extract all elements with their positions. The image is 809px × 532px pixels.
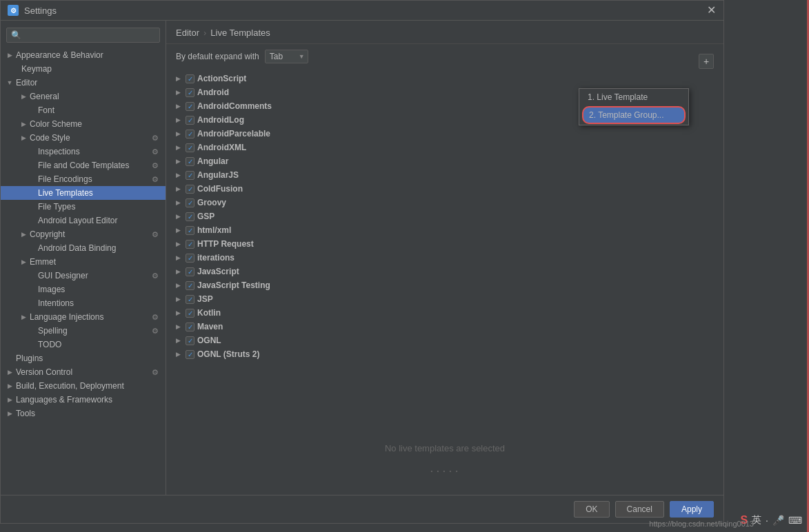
gear-icon-language-injections: ⚙ xyxy=(150,312,160,322)
template-group-angular[interactable]: ▶ Angular xyxy=(166,154,723,168)
group-name-maven: Maven xyxy=(197,322,223,331)
template-group-ognl-struts2[interactable]: ▶ OGNL (Struts 2) xyxy=(166,347,723,361)
sidebar-item-android-layout-editor[interactable]: Android Layout Editor xyxy=(1,214,166,227)
template-group-angularjs[interactable]: ▶ AngularJS xyxy=(166,168,723,182)
sidebar-item-general[interactable]: ▶General xyxy=(1,90,166,103)
breadcrumb-parent: Editor xyxy=(176,28,199,38)
dropdown-item-template-group[interactable]: 2. Template Group... xyxy=(582,106,686,124)
group-arrow-androidlog: ▶ xyxy=(176,116,183,123)
checkbox-ognl[interactable] xyxy=(186,336,194,345)
template-group-ognl[interactable]: ▶ OGNL xyxy=(166,334,723,347)
template-group-iterations[interactable]: ▶ iterations xyxy=(166,251,723,265)
template-group-javascript-testing[interactable]: ▶ JavaScript Testing xyxy=(166,278,723,292)
checkbox-androidxml[interactable] xyxy=(186,143,194,152)
sidebar-item-color-scheme[interactable]: ▶Color Scheme xyxy=(1,117,166,131)
sidebar-item-language-injections[interactable]: ▶Language Injections⚙ xyxy=(1,310,166,324)
sidebar-item-build-exec-deploy[interactable]: ▶Build, Execution, Deployment xyxy=(1,379,166,393)
sidebar-item-inspections[interactable]: Inspections⚙ xyxy=(1,145,166,158)
sidebar-item-code-style[interactable]: ▶Code Style⚙ xyxy=(1,131,166,145)
cancel-button[interactable]: Cancel xyxy=(615,501,664,518)
app-icon: ⚙ xyxy=(8,5,19,16)
template-group-jsp[interactable]: ▶ JSP xyxy=(166,292,723,306)
sidebar-label-appearance: Appearance & Behavior xyxy=(16,50,160,60)
dialog-title: Settings xyxy=(24,6,57,16)
checkbox-angular[interactable] xyxy=(186,157,194,166)
checkbox-androidparcelable[interactable] xyxy=(186,130,194,139)
checkbox-javascript-testing[interactable] xyxy=(186,281,194,290)
sidebar-item-gui-designer[interactable]: GUI Designer⚙ xyxy=(1,269,166,283)
expand-arrow-language-injections: ▶ xyxy=(20,314,27,320)
checkbox-coldfusion[interactable] xyxy=(186,185,194,194)
expand-arrow-editor: ▼ xyxy=(6,79,13,86)
group-arrow-html-xml: ▶ xyxy=(176,227,183,234)
sidebar-item-spelling[interactable]: Spelling⚙ xyxy=(1,324,166,338)
checkbox-html-xml[interactable] xyxy=(186,226,194,235)
sidebar-item-intentions[interactable]: Intentions xyxy=(1,296,166,310)
sidebar-item-file-code-templates[interactable]: File and Code Templates⚙ xyxy=(1,158,166,172)
checkbox-ognl-struts2[interactable] xyxy=(186,350,194,359)
sidebar-label-intentions: Intentions xyxy=(38,298,160,308)
template-group-actionscript[interactable]: ▶ ActionScript xyxy=(166,72,723,85)
template-group-html-xml[interactable]: ▶ html/xml xyxy=(166,223,723,237)
template-group-javascript[interactable]: ▶ JavaScript xyxy=(166,265,723,278)
checkbox-kotlin[interactable] xyxy=(186,309,194,318)
checkbox-iterations[interactable] xyxy=(186,254,194,263)
template-group-maven[interactable]: ▶ Maven xyxy=(166,320,723,334)
sidebar: ▶Appearance & BehaviorKeymap▼Editor▶Gene… xyxy=(1,21,166,495)
checkbox-jsp[interactable] xyxy=(186,295,194,304)
expand-arrow-color-scheme: ▶ xyxy=(20,121,27,127)
sidebar-item-emmet[interactable]: ▶Emmet xyxy=(1,255,166,269)
checkbox-groovy[interactable] xyxy=(186,198,194,207)
checkbox-maven[interactable] xyxy=(186,323,194,331)
gear-icon-inspections: ⚙ xyxy=(150,147,160,156)
sidebar-label-version-control: Version Control xyxy=(16,367,148,377)
sidebar-item-font[interactable]: Font xyxy=(1,103,166,117)
expand-arrow-copyright: ▶ xyxy=(20,231,27,238)
dropdown-item-live-template[interactable]: 1. Live Template xyxy=(579,89,688,105)
search-input[interactable] xyxy=(6,28,160,43)
checkbox-angularjs[interactable] xyxy=(186,171,194,180)
checkbox-android[interactable] xyxy=(186,88,194,97)
ok-button[interactable]: OK xyxy=(574,501,609,518)
sidebar-item-images[interactable]: Images xyxy=(1,283,166,296)
template-group-kotlin[interactable]: ▶ Kotlin xyxy=(166,306,723,320)
breadcrumb-separator: › xyxy=(203,28,206,38)
sidebar-item-file-encodings[interactable]: File Encodings⚙ xyxy=(1,172,166,186)
add-button[interactable]: + xyxy=(699,54,714,69)
expand-select[interactable]: TabEnterSpace xyxy=(265,50,308,63)
taskbar-kb-icon[interactable]: ⌨ xyxy=(788,515,802,526)
sidebar-item-plugins[interactable]: Plugins xyxy=(1,351,166,365)
expand-arrow-emmet: ▶ xyxy=(20,258,27,265)
sidebar-item-todo[interactable]: TODO xyxy=(1,338,166,351)
template-group-androidparcelable[interactable]: ▶ AndroidParcelable xyxy=(166,127,723,141)
group-name-ognl-struts2: OGNL (Struts 2) xyxy=(197,349,259,359)
template-group-http-request[interactable]: ▶ HTTP Request xyxy=(166,237,723,251)
sidebar-item-keymap[interactable]: Keymap xyxy=(1,62,166,76)
checkbox-javascript[interactable] xyxy=(186,267,194,276)
sidebar-label-images: Images xyxy=(38,285,160,294)
sidebar-item-file-types[interactable]: File Types xyxy=(1,200,166,214)
sidebar-item-editor[interactable]: ▼Editor xyxy=(1,76,166,90)
sidebar-item-version-control[interactable]: ▶Version Control⚙ xyxy=(1,365,166,379)
checkbox-http-request[interactable] xyxy=(186,240,194,249)
checkbox-gsp[interactable] xyxy=(186,212,194,221)
template-group-groovy[interactable]: ▶ Groovy xyxy=(166,196,723,209)
checkbox-androidlog[interactable] xyxy=(186,116,194,125)
resize-handle[interactable]: • • • • • xyxy=(431,468,459,474)
template-group-coldfusion[interactable]: ▶ ColdFusion xyxy=(166,182,723,196)
sidebar-item-live-templates[interactable]: Live Templates xyxy=(1,186,166,200)
close-button[interactable]: ✕ xyxy=(706,5,717,16)
sidebar-item-copyright[interactable]: ▶Copyright⚙ xyxy=(1,227,166,241)
sidebar-label-inspections: Inspections xyxy=(38,147,148,156)
sidebar-item-languages-frameworks[interactable]: ▶Languages & Frameworks xyxy=(1,393,166,407)
checkbox-actionscript[interactable] xyxy=(186,74,194,83)
sidebar-item-tools[interactable]: ▶Tools xyxy=(1,407,166,420)
taskbar-mic-icon[interactable]: 🎤 xyxy=(772,515,784,526)
template-group-gsp[interactable]: ▶ GSP xyxy=(166,209,723,223)
template-group-androidxml[interactable]: ▶ AndroidXML xyxy=(166,141,723,154)
apply-button[interactable]: Apply xyxy=(670,501,714,518)
group-name-actionscript: ActionScript xyxy=(197,74,246,83)
checkbox-androidcomments[interactable] xyxy=(186,102,194,111)
sidebar-item-appearance[interactable]: ▶Appearance & Behavior xyxy=(1,48,166,62)
sidebar-item-android-data-binding[interactable]: Android Data Binding xyxy=(1,241,166,255)
